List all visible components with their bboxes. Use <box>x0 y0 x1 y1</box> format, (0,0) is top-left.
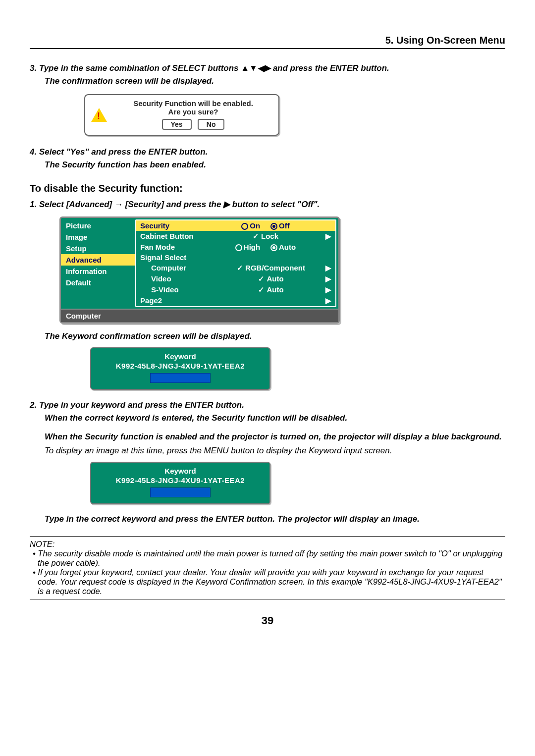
osd-row-svideo[interactable]: S-Video ✓Auto ▶ <box>136 284 335 295</box>
osd-security-label: Security <box>140 221 210 230</box>
blue-bg-b: To display an image at this time, press … <box>45 446 505 456</box>
keyword-code-2: K992-45L8-JNGJ-4XU9-1YAT-EEA2 <box>96 476 265 485</box>
radio-high-icon <box>235 244 242 251</box>
confirm-line1: Security Function will be enabled. <box>113 99 273 108</box>
osd-left-advanced[interactable]: Advanced <box>61 254 135 266</box>
confirm-line2: Are you sure? <box>113 108 273 116</box>
step-3: 3. Type in the same combination of SELEC… <box>30 63 505 74</box>
keyword-box-2: Keyword K992-45L8-JNGJ-4XU9-1YAT-EEA2 <box>90 462 270 504</box>
step-3b: The confirmation screen will be displaye… <box>45 76 505 86</box>
chevron-right-icon: ▶ <box>321 274 331 283</box>
radio-off-icon <box>270 223 277 230</box>
confirm-dialog: Security Function will be enabled. Are y… <box>84 94 279 136</box>
keyword-input-2[interactable] <box>150 487 211 497</box>
check-icon: ✓ <box>253 232 259 241</box>
disable-step-2a: 2. Type in your keyword and press the EN… <box>30 400 505 411</box>
radio-on-icon <box>241 223 248 230</box>
check-icon: ✓ <box>237 264 243 272</box>
osd-row-video[interactable]: Video ✓Auto ▶ <box>136 273 335 284</box>
note-item-2: • If you forget your keyword, contact yo… <box>33 568 505 596</box>
kw-line: The Keyword confirmation screen will be … <box>45 331 505 341</box>
warning-icon <box>85 95 113 135</box>
disable-step-1: 1. Select [Advanced] → [Security] and pr… <box>30 199 505 211</box>
disable-heading: To disable the Security function: <box>30 183 505 194</box>
osd-left-image[interactable]: Image <box>61 231 135 243</box>
disable-step-2b: When the correct keyword is entered, the… <box>45 413 505 423</box>
keyword-title-2: Keyword <box>96 467 265 475</box>
page-number: 39 <box>30 614 505 627</box>
keyword-title: Keyword <box>96 352 265 361</box>
check-icon: ✓ <box>258 274 265 283</box>
osd-right-panel: Security On Off Cabinet Button ✓Lock ▶ F… <box>135 219 336 307</box>
chevron-right-icon: ▶ <box>321 296 331 305</box>
blue-bg-a: When the Security function is enabled an… <box>45 432 505 442</box>
osd-left-setup[interactable]: Setup <box>61 243 135 254</box>
note-item-1: • The security disable mode is maintaine… <box>33 549 505 568</box>
chapter-header: 5. Using On-Screen Menu <box>30 35 505 49</box>
step-4b: The Security function has been enabled. <box>45 160 505 170</box>
osd-row-fan[interactable]: Fan Mode High Auto <box>136 242 335 252</box>
keyword-box-1: Keyword K992-45L8-JNGJ-4XU9-1YAT-EEA2 <box>90 347 270 390</box>
osd-left-information[interactable]: Information <box>61 266 135 277</box>
osd-row-signal: Signal Select <box>136 252 335 263</box>
note-block: NOTE: • The security disable mode is mai… <box>30 536 505 599</box>
osd-footer: Computer <box>61 309 338 322</box>
yes-button[interactable]: Yes <box>162 119 192 130</box>
osd-menu: Picture Image Setup Advanced Information… <box>59 216 340 324</box>
radio-auto-icon <box>270 244 277 251</box>
note-label: NOTE: <box>30 540 505 549</box>
chevron-right-icon: ▶ <box>321 232 331 241</box>
type-correct: Type in the correct keyword and press th… <box>45 514 505 524</box>
step-4: 4. Select "Yes" and press the ENTER butt… <box>30 147 505 158</box>
osd-row-security[interactable]: Security On Off <box>136 220 335 231</box>
osd-row-computer[interactable]: Computer ✓RGB/Component ▶ <box>136 263 335 273</box>
check-icon: ✓ <box>258 285 265 294</box>
osd-left-default[interactable]: Default <box>61 277 135 288</box>
chevron-right-icon: ▶ <box>321 285 331 294</box>
no-button[interactable]: No <box>198 119 225 130</box>
osd-row-cabinet[interactable]: Cabinet Button ✓Lock ▶ <box>136 231 335 242</box>
osd-left-picture[interactable]: Picture <box>61 220 135 231</box>
keyword-code: K992-45L8-JNGJ-4XU9-1YAT-EEA2 <box>96 362 265 370</box>
chevron-right-icon: ▶ <box>321 264 331 272</box>
osd-row-page2[interactable]: Page2 ▶ <box>136 295 335 306</box>
osd-left-col: Picture Image Setup Advanced Information… <box>61 218 135 309</box>
keyword-input[interactable] <box>150 373 211 383</box>
